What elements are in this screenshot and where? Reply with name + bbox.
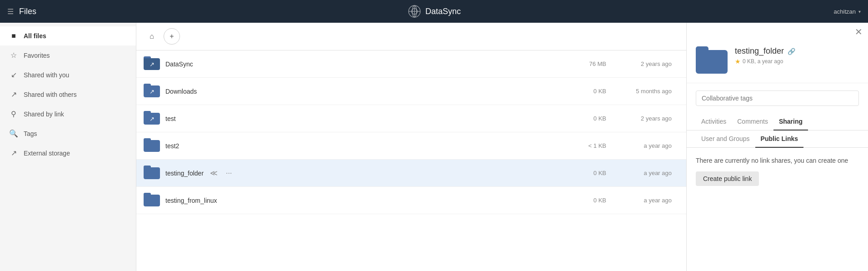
more-action-button[interactable]: ··· [199,140,210,152]
more-action-button[interactable]: ··· [237,195,248,206]
sidebar-item-label: Shared with others [24,91,77,98]
file-date: 5 months ago [606,88,679,95]
panel-title-area: testing_folder 🔗 ★ 0 KB, a year ago [735,46,859,65]
tab-comments[interactable]: Comments [732,113,773,130]
table-row[interactable]: ↗ DataSync 76 MB 2 years ago [136,50,686,78]
panel-content: There are currently no link shares, you … [687,148,868,271]
tab-activities[interactable]: Activities [696,113,732,130]
file-size: 76 MB [561,60,606,67]
panel-subtitle: ★ 0 KB, a year ago [735,58,859,65]
header-center: DataSync [407,4,461,19]
menu-icon[interactable]: ☰ [7,7,14,16]
file-date: a year ago [606,170,679,176]
sidebar-item-external-storage[interactable]: ↗ External storage [0,143,136,163]
app-title: Files [19,7,36,16]
panel-folder-name: testing_folder 🔗 [735,46,859,56]
file-icon-cell: ↗ [144,84,165,99]
file-actions: ≪ ··· [207,167,234,179]
shared-folder-icon: ↗ [144,56,160,70]
main-layout: ■ All files ☆ Favorites ↙ Shared with yo… [0,23,868,271]
share-in-icon: ↙ [9,70,18,79]
file-size: < 1 KB [561,142,606,149]
app-header: ☰ Files DataSync achitzan ▾ [0,0,868,23]
sidebar-item-all-files[interactable]: ■ All files [0,26,136,45]
create-public-link-button[interactable]: Create public link [696,171,759,186]
no-shares-text: There are currently no link shares, you … [696,157,859,164]
folder-icon [144,193,160,206]
app-name: DataSync [425,7,461,16]
subtab-user-groups[interactable]: User and Groups [696,130,755,148]
file-name-cell: testing_from_linux ≪ ··· [165,194,561,206]
sidebar-item-label: Shared with you [24,71,69,79]
sidebar-item-shared-by-link[interactable]: ⚲ Shared by link [0,104,136,124]
sidebar: ■ All files ☆ Favorites ↙ Shared with yo… [0,23,136,271]
close-panel-button[interactable]: ✕ [855,26,863,37]
collab-tags-area [696,90,859,106]
panel-folder-icon [696,46,728,74]
sidebar-item-tags[interactable]: 🔍 Tags [0,124,136,143]
header-right: achitzan ▾ [834,8,861,15]
add-button[interactable]: + [164,28,180,45]
folder-icon: ■ [9,32,18,40]
file-name: DataSync [165,60,193,68]
tab-sharing[interactable]: Sharing [773,113,808,130]
toolbar: ⌂ + [136,23,686,50]
file-table: ↗ DataSync 76 MB 2 years ago ↗ [136,50,686,271]
panel-header: testing_folder 🔗 ★ 0 KB, a year ago [687,37,868,83]
home-button[interactable]: ⌂ [144,28,160,45]
table-row[interactable]: testing_from_linux ≪ ··· 0 KB a year ago [136,187,686,214]
file-size: 0 KB [561,115,606,122]
app-logo-icon [407,4,422,19]
external-folder-icon: ↗ [144,111,160,125]
sidebar-item-shared-with-others[interactable]: ↗ Shared with others [0,85,136,104]
sidebar-item-label: Tags [24,130,37,137]
sidebar-item-shared-with-you[interactable]: ↙ Shared with you [0,65,136,85]
external-folder-icon: ↗ [144,84,160,97]
file-name: testing_folder [165,170,204,177]
table-row[interactable]: testing_folder ≪ ··· 0 KB a year ago [136,160,686,187]
table-row[interactable]: ↗ test 0 KB 2 years ago [136,105,686,132]
file-date: 2 years ago [606,60,679,67]
home-icon: ⌂ [150,32,154,40]
share-action-button[interactable]: ≪ [183,140,196,152]
file-name-cell: testing_folder ≪ ··· [165,167,561,179]
file-date: a year ago [606,197,679,204]
subtab-public-links[interactable]: Public Links [755,130,803,148]
file-size: 0 KB [561,170,606,176]
more-action-button[interactable]: ··· [223,167,234,179]
right-panel: ✕ testing_folder 🔗 ★ 0 KB, a year ago [686,23,868,271]
file-icon-cell [144,138,165,153]
user-chevron-icon[interactable]: ▾ [858,9,861,14]
plus-icon: + [170,32,174,40]
file-name-cell: DataSync [165,60,561,68]
sidebar-item-label: All files [24,32,46,40]
share-action-button[interactable]: ≪ [221,194,234,206]
folder-link-icon: 🔗 [788,48,795,55]
panel-subtabs: User and Groups Public Links [687,130,868,148]
username-label[interactable]: achitzan [834,8,856,15]
link-icon: ⚲ [9,110,18,118]
sidebar-item-label: Shared by link [24,110,64,118]
share-out-icon: ↗ [9,90,18,99]
file-name: Downloads [165,88,197,95]
close-bar: ✕ [687,23,868,37]
file-icon-cell: ↗ [144,56,165,71]
table-row[interactable]: test2 ≪ ··· < 1 KB a year ago [136,132,686,160]
file-icon-cell [144,193,165,208]
sidebar-item-label: External storage [24,150,70,157]
share-action-button[interactable]: ≪ [207,167,220,179]
star-icon: ☆ [9,51,18,60]
file-name-cell: Downloads [165,88,561,95]
sidebar-item-favorites[interactable]: ☆ Favorites [0,45,136,65]
collab-tags-input[interactable] [696,90,859,106]
folder-icon [144,166,160,179]
file-name-cell: test2 ≪ ··· [165,140,561,152]
file-name: test [165,115,176,122]
file-name: testing_from_linux [165,197,217,204]
file-date: 2 years ago [606,115,679,122]
file-name-cell: test [165,115,561,122]
file-name: test2 [165,142,179,150]
folder-icon [144,138,160,152]
header-left: ☰ Files [7,7,36,16]
table-row[interactable]: ↗ Downloads 0 KB 5 months ago [136,78,686,105]
